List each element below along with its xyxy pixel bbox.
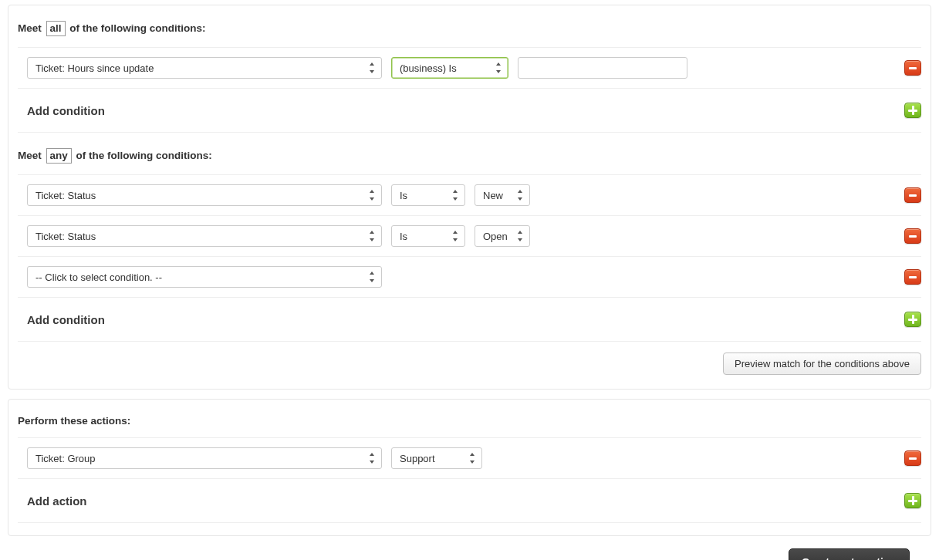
minus-icon <box>909 67 917 69</box>
operator-select-value: Is <box>400 190 407 201</box>
operator-select[interactable]: Is <box>391 225 465 247</box>
chevron-updown-icon <box>517 190 525 201</box>
add-condition-label: Add condition <box>27 104 105 117</box>
operator-select-value: Is <box>400 231 407 242</box>
remove-action-button[interactable] <box>904 450 921 466</box>
operator-select-value: (business) Is <box>400 62 457 74</box>
header-text: Meet <box>18 150 45 161</box>
header-text: of the following conditions: <box>67 22 206 34</box>
all-badge: all <box>46 21 66 36</box>
add-condition-button[interactable] <box>904 312 921 327</box>
value-select-value: Open <box>483 231 508 242</box>
chevron-updown-icon <box>369 272 377 282</box>
chevron-updown-icon <box>369 190 377 201</box>
operator-select[interactable]: Is <box>391 184 465 206</box>
value-select[interactable]: Open <box>475 225 530 247</box>
create-label: Create automation <box>802 556 897 560</box>
field-select[interactable]: Ticket: Hours since update <box>27 57 382 79</box>
preview-conditions-button[interactable]: Preview match for the conditions above <box>723 353 921 375</box>
action-value-select[interactable]: Support <box>391 447 482 469</box>
minus-icon <box>909 235 917 238</box>
any-conditions-header: Meet any of the following conditions: <box>18 133 921 174</box>
add-action-button[interactable] <box>904 493 921 508</box>
operator-select[interactable]: (business) Is <box>391 57 508 79</box>
field-select-value: Ticket: Status <box>35 190 96 201</box>
minus-icon <box>909 194 917 197</box>
create-automation-button[interactable]: Create automation <box>789 548 910 560</box>
header-text: of the following conditions: <box>73 150 212 161</box>
action-field-select[interactable]: Ticket: Group <box>27 447 382 469</box>
remove-condition-button[interactable] <box>904 269 921 285</box>
preview-label: Preview match for the conditions above <box>735 358 910 369</box>
field-select-value: Ticket: Hours since update <box>35 62 154 74</box>
actions-header: Perform these actions: <box>18 410 921 437</box>
chevron-updown-icon <box>369 453 377 464</box>
action-value-value: Support <box>400 453 435 464</box>
value-input[interactable] <box>518 57 687 79</box>
add-action-label: Add action <box>27 494 87 508</box>
chevron-updown-icon <box>452 231 460 241</box>
conditions-panel: Meet all of the following conditions: Ti… <box>8 5 931 390</box>
plus-icon <box>908 106 917 115</box>
chevron-updown-icon <box>369 231 377 241</box>
add-action-row: Add action <box>18 478 921 523</box>
field-select[interactable]: -- Click to select condition. -- <box>27 266 382 288</box>
field-select-value: -- Click to select condition. -- <box>35 272 162 283</box>
all-condition-row: Ticket: Hours since update (business) Is <box>18 47 921 88</box>
chevron-updown-icon <box>495 62 503 73</box>
action-field-value: Ticket: Group <box>35 453 96 464</box>
add-all-condition-row: Add condition <box>18 88 921 133</box>
field-select-value: Ticket: Status <box>35 231 96 242</box>
any-condition-row: -- Click to select condition. -- <box>18 256 921 297</box>
add-condition-label: Add condition <box>27 313 105 326</box>
chevron-updown-icon <box>469 453 477 464</box>
value-select[interactable]: New <box>475 184 530 206</box>
plus-icon <box>908 315 917 324</box>
any-condition-row: Ticket: Status Is Open <box>18 215 921 256</box>
add-any-condition-row: Add condition <box>18 297 921 342</box>
minus-icon <box>909 457 917 460</box>
actions-panel: Perform these actions: Ticket: Group Sup… <box>8 399 931 536</box>
all-conditions-header: Meet all of the following conditions: <box>18 16 921 47</box>
chevron-updown-icon <box>369 62 377 73</box>
minus-icon <box>909 276 917 278</box>
remove-condition-button[interactable] <box>904 187 921 203</box>
remove-condition-button[interactable] <box>904 228 921 244</box>
value-select-value: New <box>483 190 503 201</box>
plus-icon <box>908 496 917 505</box>
chevron-updown-icon <box>517 231 525 241</box>
chevron-updown-icon <box>452 190 460 201</box>
field-select[interactable]: Ticket: Status <box>27 184 382 206</box>
header-text: Meet <box>18 22 45 34</box>
add-condition-button[interactable] <box>904 103 921 118</box>
remove-condition-button[interactable] <box>904 60 921 76</box>
any-badge: any <box>46 148 72 164</box>
action-row: Ticket: Group Support <box>18 437 921 478</box>
field-select[interactable]: Ticket: Status <box>27 225 382 247</box>
any-condition-row: Ticket: Status Is New <box>18 174 921 215</box>
